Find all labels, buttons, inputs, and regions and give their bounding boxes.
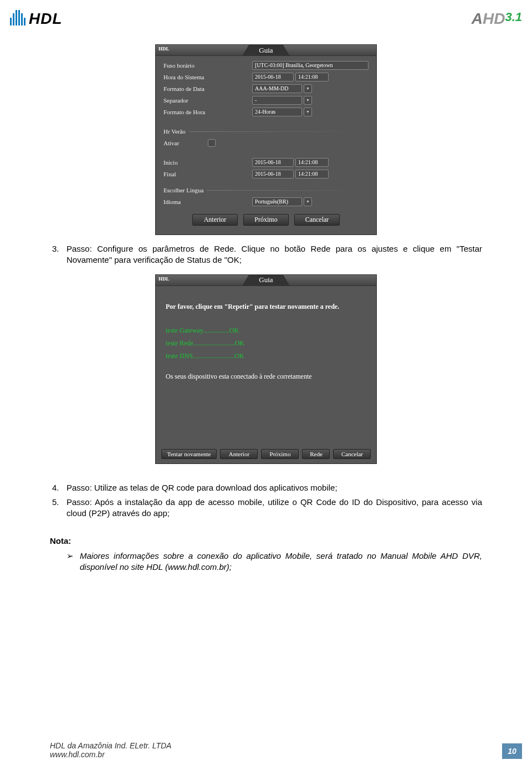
next-button[interactable]: Próximo	[243, 214, 289, 226]
lang-section-label: Escolher Lingua	[163, 187, 203, 193]
chevron-down-icon[interactable]	[304, 84, 312, 93]
enable-label: Ativar	[163, 140, 208, 146]
ahd-logo: AHD3.1	[472, 10, 522, 28]
start-time-field[interactable]: 14:21:08	[295, 158, 329, 167]
time-format-label: Formato de Hora	[163, 109, 252, 115]
cancel-button[interactable]: Cancelar	[333, 449, 371, 459]
cancel-button[interactable]: Cancelar	[294, 214, 340, 226]
chevron-down-icon[interactable]	[304, 96, 312, 105]
step-4: 4. Passo: Utilize as telas de QR code pa…	[50, 482, 482, 493]
date-format-label: Formato de Data	[163, 85, 252, 92]
date-format-field[interactable]: AAA-MM-DD	[252, 84, 302, 93]
system-time-label: Hora do Sistema	[163, 74, 252, 80]
step-5: 5. Passo: Após a instalação da app de ac…	[50, 497, 482, 519]
mini-logo: HDL	[158, 276, 170, 282]
next-button[interactable]: Próximo	[261, 449, 299, 459]
note-section: Nota: ➢ Maiores informações sobre a cone…	[50, 536, 482, 573]
idiom-label: Idioma	[163, 198, 252, 205]
test-network-status: teste Rede.........................OK	[166, 339, 366, 348]
mini-logo: HDL	[158, 46, 170, 52]
timezone-field[interactable]: [UTC-03:00] Brasília, Georgetown	[252, 61, 369, 70]
note-text: Maiores informações sobre a conexão do a…	[80, 550, 482, 573]
titlebar: HDL Guia	[156, 45, 376, 56]
start-label: Inicio	[163, 159, 252, 166]
time-format-field[interactable]: 24-Horas	[252, 108, 302, 116]
system-time-field[interactable]: 14:21:08	[295, 73, 329, 81]
test-dns-status: teste DNS.........................OK	[166, 352, 366, 360]
test-gateway-status: teste Gateway................OK	[166, 327, 366, 335]
footer-url: www.hdl.com.br	[50, 750, 171, 759]
prev-button[interactable]: Anterior	[220, 449, 258, 459]
end-time-field[interactable]: 14:21:08	[295, 170, 329, 179]
footer-company: HDL da Amazônia Ind. ELetr. LTDA	[50, 741, 171, 750]
hdl-logo-text: HDL	[29, 10, 63, 28]
separator-line	[207, 190, 369, 191]
screenshot-guia-network: HDL Guia Por favor, clique em "Repetir" …	[155, 274, 377, 464]
separator-field[interactable]: -	[252, 96, 302, 105]
hdl-logo-bars	[10, 10, 27, 28]
timezone-label: Fuso horário	[163, 62, 252, 69]
window-title: Guia	[242, 274, 289, 285]
separator-line	[189, 131, 369, 132]
network-prompt: Por favor, clique em "Repetir" para test…	[166, 303, 366, 311]
hdl-logo: HDL	[10, 10, 63, 28]
system-date-field[interactable]: 2015-06-18	[252, 73, 294, 81]
dst-section-label: Hr Verão	[163, 128, 186, 135]
enable-checkbox[interactable]	[208, 139, 216, 147]
connection-status: Os seus dispositivo esta conectado à red…	[166, 373, 366, 381]
chevron-down-icon[interactable]	[304, 108, 312, 116]
prev-button[interactable]: Anterior	[192, 214, 238, 226]
end-label: Final	[163, 171, 252, 177]
window-title: Guia	[242, 45, 289, 56]
bullet-icon: ➢	[66, 550, 80, 573]
idiom-field[interactable]: Português(BR)	[252, 197, 302, 206]
separator-label: Separador	[163, 97, 252, 104]
screenshot-guia-config: HDL Guia Fuso horário [UTC-03:00] Brasíl…	[155, 44, 377, 235]
network-button[interactable]: Rede	[302, 449, 330, 459]
step-3: 3. Passo: Configure os parâmetros de Red…	[50, 243, 482, 266]
titlebar: HDL Guia	[156, 275, 376, 286]
page-number: 10	[502, 743, 522, 759]
chevron-down-icon[interactable]	[304, 197, 312, 206]
page-header: HDL AHD3.1	[10, 10, 522, 28]
retry-button[interactable]: Tentar novamente	[161, 449, 217, 459]
page-footer: HDL da Amazônia Ind. ELetr. LTDA www.hdl…	[50, 741, 522, 759]
start-date-field[interactable]: 2015-06-18	[252, 158, 294, 167]
note-title: Nota:	[50, 536, 482, 547]
end-date-field[interactable]: 2015-06-18	[252, 170, 294, 179]
